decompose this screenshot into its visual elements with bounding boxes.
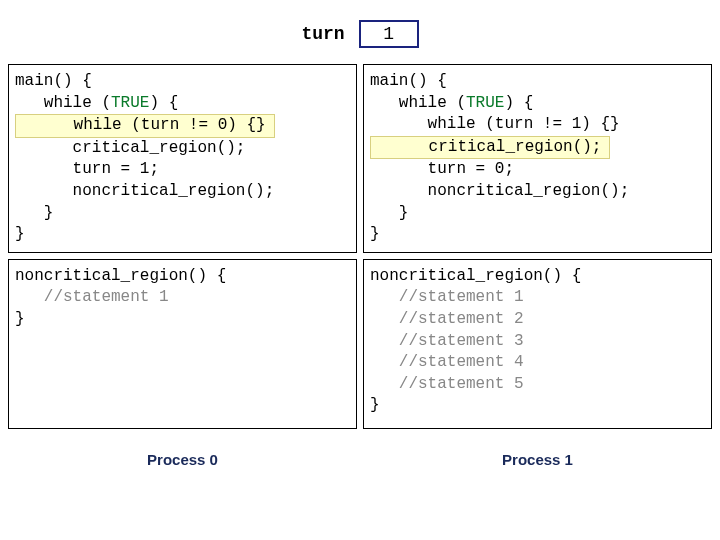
code-line: turn = 1; [15,160,159,178]
columns: main() { while (TRUE) { while (turn != 0… [8,64,712,468]
highlighted-line: while (turn != 0) {} [15,114,275,138]
code-line: } [370,225,380,243]
code-line: noncritical_region(); [370,182,629,200]
code-line: } [15,225,25,243]
comment-line: //statement 2 [370,310,524,328]
process-0-label: Process 0 [8,451,357,468]
highlighted-line: critical_region(); [370,136,610,160]
comment-line: //statement 1 [370,288,524,306]
code-line: main() { [370,72,447,90]
process-0-noncritical-code: noncritical_region() { //statement 1 } [8,259,357,429]
process-1-column: main() { while (TRUE) { while (turn != 1… [363,64,712,468]
turn-value-box: 1 [359,20,419,48]
comment-line: //statement 4 [370,353,524,371]
code-line: while (turn != 1) {} [370,115,620,133]
process-0-column: main() { while (TRUE) { while (turn != 0… [8,64,357,468]
code-line: } [15,204,53,222]
code-line: critical_region(); [15,139,245,157]
comment-line: //statement 3 [370,332,524,350]
process-1-main-code: main() { while (TRUE) { while (turn != 1… [363,64,712,253]
code-line: } [15,310,25,328]
code-line: } [370,396,380,414]
code-line: main() { [15,72,92,90]
code-line: } [370,204,408,222]
process-1-label: Process 1 [363,451,712,468]
keyword-true: TRUE [111,94,149,112]
code-line: noncritical_region(); [15,182,274,200]
code-line: noncritical_region() { [15,267,226,285]
code-line: ) { [504,94,533,112]
turn-row: turn 1 [8,20,712,48]
code-line: while ( [15,94,111,112]
turn-label: turn [301,24,344,44]
code-line: noncritical_region() { [370,267,581,285]
code-line: ) { [149,94,178,112]
process-1-noncritical-code: noncritical_region() { //statement 1 //s… [363,259,712,429]
keyword-true: TRUE [466,94,504,112]
code-line: while ( [370,94,466,112]
code-line: turn = 0; [370,160,514,178]
comment-line: //statement 5 [370,375,524,393]
comment-line: //statement 1 [15,288,169,306]
process-0-main-code: main() { while (TRUE) { while (turn != 0… [8,64,357,253]
